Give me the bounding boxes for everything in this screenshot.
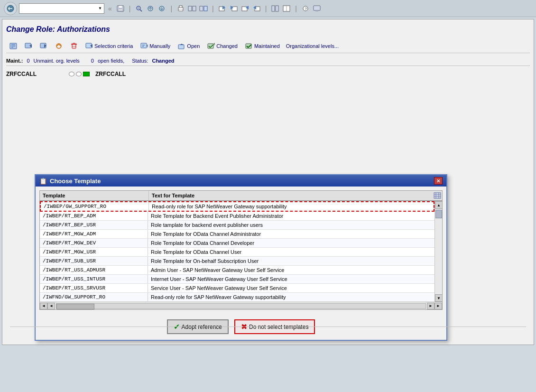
horizontal-scrollbar[interactable]: ◄ ◄ ► ► [40,302,442,309]
footer-separator [10,327,526,327]
separator5: | [265,5,267,12]
toolbar-icon-10[interactable] [270,4,280,13]
table-row[interactable]: /IWBEP/RT_BEP_USR Role tamplate for back… [40,221,434,230]
toolbar-btn-1[interactable] [6,41,20,51]
modal-area: 📋 Choose Template ✕ Template Text for Te… [6,174,530,341]
cell-template: /IWBEP/RT_USS_INTUSR [40,275,148,283]
cell-template: /IWBEP/RT_MGW_DEV [40,239,148,247]
cell-text: Role Template for OData Channel Develope… [148,239,434,247]
cell-text: Admin User - SAP NetWeaver Gateway User … [148,266,434,274]
vertical-scrollbar[interactable]: ▲ ▼ [434,201,442,302]
cell-template: /IWBEP/RT_SUB_USR [40,257,148,265]
btn-maintained[interactable]: Maintained [242,41,283,51]
btn-open[interactable]: Open [175,41,203,51]
table-row[interactable]: /IWBEP/RT_MGW_ADM Role Template for ODat… [40,230,434,239]
svg-rect-14 [179,9,183,11]
top-toolbar: ▼ « | | | | | ? [0,0,536,17]
svg-rect-19 [204,6,207,11]
scroll-nav-right-icon[interactable]: ► [434,303,442,309]
toolbar-icon-2[interactable] [146,4,155,13]
cell-text: Role Template for Backend Event Publishe… [148,212,434,220]
separator4: | [212,5,214,12]
toolbar-btn-refresh[interactable] [52,41,66,51]
refresh-icon [55,43,63,49]
table-row[interactable]: /IWBEP/RT_MGW_USR Role Template for ODat… [40,248,434,257]
table-row[interactable]: /IWBEP/RT_BEP_ADM Role Template for Back… [40,212,434,221]
back-icon[interactable] [4,2,17,15]
toolbar-icon-3[interactable] [157,4,166,13]
btn1-icon [9,43,17,49]
cell-text: Read-only role for SAP NetWeaver Gateway… [148,293,434,301]
svg-rect-58 [208,44,213,48]
svg-rect-18 [200,6,203,11]
table-row[interactable]: /IWBEP/RT_SUB_USR Role Template for On-b… [40,257,434,266]
cell-template: /IWBEP/RT_USS_ADMUSR [40,266,148,274]
save-icon[interactable] [116,4,125,13]
scroll-thumb[interactable] [435,210,442,218]
toolbar-icon-7[interactable] [229,4,239,13]
dialog-title-left: 📋 Choose Template [39,177,101,185]
status-bar: Maint.: 0 Unmaint. org. levels 0 open fi… [6,56,530,66]
cell-template: /IWBEP/RT_BEP_ADM [40,212,148,220]
scroll-nav-next-icon[interactable]: ► [427,303,434,309]
toolbar-btn-3[interactable] [37,41,51,51]
col-icon-header[interactable] [433,191,442,200]
svg-rect-47 [73,43,75,44]
maintained-icon [245,43,253,49]
selection-criteria-label: Selection criteria [94,43,133,49]
scroll-down-button[interactable]: ▼ [435,294,443,302]
dialog-close-button[interactable]: ✕ [434,177,443,185]
toolbar-icon-11[interactable] [282,4,291,13]
svg-rect-29 [276,6,278,11]
scroll-nav-prev-icon[interactable]: ◄ [47,303,55,309]
toolbar-icon-4[interactable] [187,4,197,13]
maint-label: Maint.: [6,58,23,64]
col-template-header: Template [40,191,149,200]
address-box[interactable]: ▼ [19,3,104,14]
svg-rect-28 [272,6,275,11]
cell-text: Role Template for OData Channel User [148,248,434,256]
system-icon[interactable] [312,4,322,13]
h-scroll-thumb[interactable] [56,304,94,309]
print-icon[interactable] [176,4,185,13]
separator2: | [129,5,131,12]
table-row[interactable]: /IWBEP/RT_USS_ADMUSR Admin User - SAP Ne… [40,266,434,275]
table-scroll-area: /IWBEP/GW_SUPPORT_RO Read-only role for … [40,201,442,302]
org-levels-label[interactable]: Organizational levels... [286,43,339,49]
table-row[interactable]: /IWFND/GW_SUPPORT_RO Read-only role for … [40,293,434,302]
help-icon[interactable]: ? [301,4,310,13]
dialog-body: Template Text for Template /IWBEP/GW_SUP… [36,187,446,314]
btn-changed[interactable]: Changed [204,41,241,51]
toolbar-icon-8[interactable] [240,4,250,13]
table-row[interactable]: /IWBEP/RT_USS_INTUSR Internet User - SAP… [40,275,434,284]
toolbar-btn-delete[interactable] [67,41,81,51]
role-display-name: ZRFCCALL [95,71,126,77]
btn-manually[interactable]: Manually [137,41,174,51]
template-table-container: Template Text for Template /IWBEP/GW_SUP… [39,190,443,310]
dialog-footer: ✔ Adopt reference ✖ Do not select templa… [36,314,446,340]
toolbar-icon-9[interactable] [252,4,261,13]
svg-rect-34 [314,6,320,10]
table-row[interactable]: /IWBEP/GW_SUPPORT_RO Read-only role for … [40,201,434,212]
svg-rect-61 [434,193,441,198]
toolbar-icon-1[interactable] [134,4,144,13]
toolbar-icon-5[interactable] [199,4,208,13]
changed-icon [207,43,215,49]
svg-rect-45 [72,44,76,48]
role-rect-green [83,72,90,76]
toolbar-icon-6[interactable] [218,4,227,13]
table-row[interactable]: /IWBEP/RT_USS_SRVUSR Service User - SAP … [40,284,434,293]
dropdown-arrow-icon[interactable]: ▼ [98,6,102,10]
toolbar-btn-2[interactable] [21,41,36,51]
role-indicator [69,72,90,76]
cell-text: Role tamplate for backend event publishe… [148,221,434,229]
scroll-nav-left-icon[interactable]: ◄ [40,303,47,309]
svg-rect-13 [179,6,182,8]
maint-value2: 0 [91,58,94,64]
manually-label: Manually [149,43,170,49]
selection-criteria-icon [85,43,93,49]
scroll-up-button[interactable]: ▲ [435,201,443,209]
table-row[interactable]: /IWBEP/RT_MGW_DEV Role Template for ODat… [40,239,434,248]
svg-point-6 [138,7,139,9]
btn-selection-criteria[interactable]: Selection criteria [82,41,136,51]
